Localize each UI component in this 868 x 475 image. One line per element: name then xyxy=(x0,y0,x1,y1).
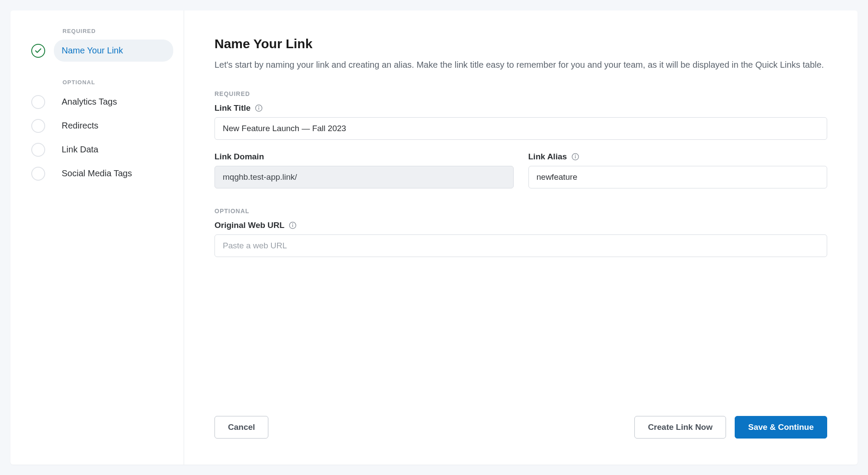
link-title-label: Link Title xyxy=(215,103,251,113)
link-alias-label: Link Alias xyxy=(528,152,567,162)
check-circle-icon xyxy=(31,44,45,58)
sidebar-step-name-your-link[interactable]: Name Your Link xyxy=(31,40,173,62)
link-alias-field: Link Alias xyxy=(528,152,828,188)
wizard-card: REQUIRED Name Your Link OPTIONAL Analyti… xyxy=(10,10,858,465)
original-url-input[interactable] xyxy=(215,234,827,257)
sidebar-step-label: Social Media Tags xyxy=(54,162,173,185)
link-domain-field: Link Domain xyxy=(215,152,514,188)
info-icon[interactable] xyxy=(289,221,297,229)
sidebar-step-label: Name Your Link xyxy=(54,40,173,62)
svg-point-2 xyxy=(259,106,259,107)
sidebar-step-link-data[interactable]: Link Data xyxy=(31,139,173,161)
wizard-footer: Cancel Create Link Now Save & Continue xyxy=(215,390,827,439)
info-icon[interactable] xyxy=(571,153,579,161)
sidebar-step-redirects[interactable]: Redirects xyxy=(31,115,173,137)
cancel-button[interactable]: Cancel xyxy=(215,416,268,439)
sidebar-required-label: REQUIRED xyxy=(63,28,173,34)
page-title: Name Your Link xyxy=(215,36,827,51)
link-title-field: Link Title xyxy=(215,103,827,140)
wizard-main: Name Your Link Let's start by naming you… xyxy=(184,10,858,465)
empty-circle-icon xyxy=(31,119,45,133)
info-icon[interactable] xyxy=(255,104,263,112)
link-alias-input[interactable] xyxy=(528,166,828,188)
empty-circle-icon xyxy=(31,167,45,181)
original-url-field: Original Web URL xyxy=(215,221,827,257)
save-continue-button[interactable]: Save & Continue xyxy=(735,416,827,439)
create-link-now-button[interactable]: Create Link Now xyxy=(634,416,726,439)
link-domain-label: Link Domain xyxy=(215,152,264,162)
sidebar-step-label: Analytics Tags xyxy=(54,91,173,113)
optional-group-label: OPTIONAL xyxy=(215,208,827,214)
wizard-sidebar: REQUIRED Name Your Link OPTIONAL Analyti… xyxy=(10,10,184,465)
sidebar-step-analytics-tags[interactable]: Analytics Tags xyxy=(31,91,173,113)
required-group-label: REQUIRED xyxy=(215,90,827,97)
sidebar-step-label: Redirects xyxy=(54,115,173,137)
original-url-label: Original Web URL xyxy=(215,221,284,230)
link-domain-input xyxy=(215,166,514,188)
sidebar-step-label: Link Data xyxy=(54,139,173,161)
sidebar-step-social-media-tags[interactable]: Social Media Tags xyxy=(31,162,173,185)
empty-circle-icon xyxy=(31,143,45,157)
sidebar-optional-label: OPTIONAL xyxy=(63,79,173,86)
page-description: Let's start by naming your link and crea… xyxy=(215,58,827,71)
link-title-input[interactable] xyxy=(215,117,827,140)
svg-point-8 xyxy=(293,224,293,224)
svg-point-5 xyxy=(575,155,575,155)
empty-circle-icon xyxy=(31,95,45,109)
